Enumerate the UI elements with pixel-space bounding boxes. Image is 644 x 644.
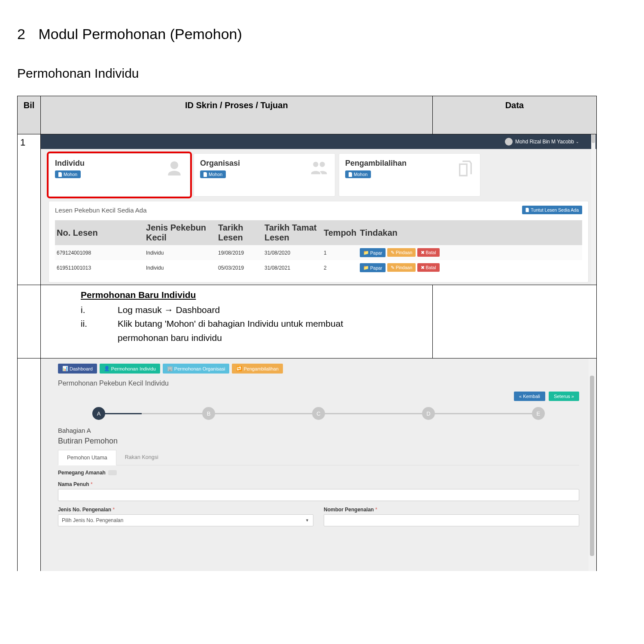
copy-icon xyxy=(457,160,474,180)
panel-title: Lesen Pekebun Kecil Sedia Ada xyxy=(55,207,147,214)
license-table: No. Lesen Jenis Pekebun Kecil Tarikh Les… xyxy=(55,220,582,275)
label-jenis-id: Jenis No. Pengenalan * xyxy=(58,507,115,513)
mohon-individu-button[interactable]: Mohon xyxy=(55,170,81,178)
file-icon xyxy=(526,208,529,212)
row1-bil: 1 xyxy=(18,134,41,285)
trustee-toggle[interactable] xyxy=(108,470,117,475)
papar-button[interactable]: 📁Papar xyxy=(360,248,386,257)
scrollbar[interactable] xyxy=(591,134,595,285)
batal-button[interactable]: ✖Batal xyxy=(417,248,440,257)
stepper: A B C D E xyxy=(92,407,545,420)
nav-pengambilalihan[interactable]: 🔁 Pengambilalihan xyxy=(232,364,283,374)
step-b[interactable]: B xyxy=(202,407,215,420)
step-e[interactable]: E xyxy=(532,407,545,420)
card-individu: Individu Mohon xyxy=(49,153,190,197)
nav-dashboard[interactable]: 📊 Dashboard xyxy=(58,364,97,374)
scrollbar[interactable] xyxy=(589,358,595,571)
instruction-title: Permohonan Baru Individu xyxy=(81,288,428,302)
nav-individu[interactable]: 👤 Permohonan Individu xyxy=(100,364,160,374)
page-heading: 2 Modul Permohonan (Pemohon) xyxy=(17,26,627,43)
panel-lesen: Lesen Pekebun Kecil Sedia Ada Tuntut Les… xyxy=(49,201,589,283)
nav-organisasi[interactable]: 🏢 Permohonan Organisasi xyxy=(163,364,230,374)
mohon-pengambilalihan-button[interactable]: Mohon xyxy=(345,170,371,178)
pindaan-button[interactable]: ✎Pindaan xyxy=(387,248,416,257)
step-c[interactable]: C xyxy=(312,407,325,420)
screenshot-form: 📊 Dashboard 👤 Permohonan Individu 🏢 Perm… xyxy=(41,358,596,571)
chevron-down-icon[interactable]: ⌄ xyxy=(576,140,579,144)
col-bil: Bil xyxy=(18,96,41,134)
instruction-table: Bil ID Skrin / Proses / Tujuan Data 1 Mo… xyxy=(17,96,597,571)
form-title: Permohonan Pekebun Kecil Individu xyxy=(58,380,579,387)
avatar-icon xyxy=(505,138,513,146)
tab-pemohon-utama[interactable]: Pemohon Utama xyxy=(58,450,116,465)
screenshot-dashboard: Mohd Rizal Bin M Yacobb ⌄ Individu Mohon xyxy=(41,134,596,285)
file-icon xyxy=(204,172,207,177)
select-jenis-id[interactable] xyxy=(58,514,313,526)
trustee-toggle-label: Pemegang Amanah xyxy=(58,470,579,476)
person-icon xyxy=(165,160,184,180)
table-row: 679124001098Individu 19/08/201931/08/202… xyxy=(55,245,582,260)
mohon-organisasi-button[interactable]: Mohon xyxy=(200,170,226,178)
page-subheading: Permohonan Individu xyxy=(17,66,627,81)
instruction-block: Permohonan Baru Individu i.Log masuk → D… xyxy=(41,286,432,358)
tuntut-lesen-button[interactable]: Tuntut Lesen Sedia Ada xyxy=(522,206,582,214)
card-individu-title: Individu xyxy=(55,159,184,168)
card-pengambilalihan: Pengambilalihan Mohon xyxy=(339,153,480,197)
file-icon xyxy=(58,172,62,177)
label-nama: Nama Penuh * xyxy=(58,481,93,487)
pindaan-button[interactable]: ✎Pindaan xyxy=(387,263,416,272)
step-d[interactable]: D xyxy=(422,407,435,420)
back-button[interactable]: « Kembali xyxy=(514,392,545,401)
card-organisasi: Organisasi Mohon xyxy=(194,153,335,197)
card-pengambilalihan-title: Pengambilalihan xyxy=(345,159,474,168)
file-icon xyxy=(349,172,352,177)
batal-button[interactable]: ✖Batal xyxy=(417,263,440,272)
tab-rakan-kongsi[interactable]: Rakan Kongsi xyxy=(116,450,167,465)
topbar: Mohd Rizal Bin M Yacobb ⌄ xyxy=(41,134,596,149)
table-row: 619511001013Individu 05/03/201931/08/202… xyxy=(55,260,582,275)
input-no-id[interactable] xyxy=(324,514,579,526)
next-button[interactable]: Seterus » xyxy=(549,392,579,401)
group-icon xyxy=(309,160,329,179)
input-nama[interactable] xyxy=(58,489,579,501)
label-no-id: Nombor Pengenalan * xyxy=(324,507,377,513)
col-data: Data xyxy=(432,96,596,134)
papar-button[interactable]: 📁Papar xyxy=(360,263,386,272)
section-a-title: Butiran Pemohon xyxy=(58,437,579,446)
col-mid: ID Skrin / Proses / Tujuan xyxy=(41,96,433,134)
step-a[interactable]: A xyxy=(92,407,105,420)
topbar-username[interactable]: Mohd Rizal Bin M Yacobb xyxy=(515,139,574,145)
section-a-label: Bahagian A xyxy=(58,427,579,434)
